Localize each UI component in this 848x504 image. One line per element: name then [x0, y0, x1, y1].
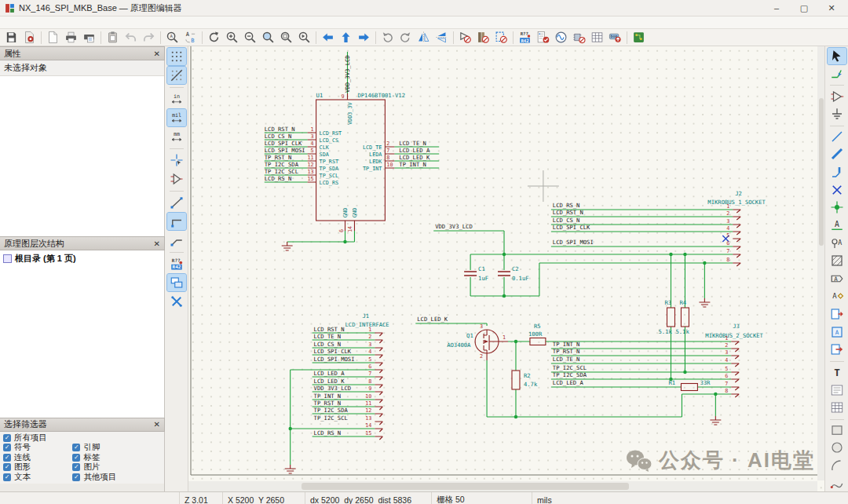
- schematic-setup-button[interactable]: [20, 30, 38, 46]
- checkbox-checked-icon[interactable]: ✓: [72, 463, 80, 471]
- maximize-button[interactable]: ▢: [792, 1, 816, 15]
- schematic-text[interactable]: LCD_RST_N: [314, 326, 345, 333]
- add-symbol-tool[interactable]: [828, 88, 846, 104]
- open-pcb-editor-button[interactable]: [630, 30, 648, 46]
- hierarchy-navigator-toggle[interactable]: [167, 274, 186, 291]
- schematic-text[interactable]: 100R: [528, 331, 543, 338]
- schematic-text[interactable]: TP_RST: [320, 159, 338, 165]
- add-textbox-tool[interactable]: [828, 382, 846, 398]
- checkbox-checked-icon[interactable]: ✓: [3, 454, 11, 462]
- schematic-text[interactable]: LCD_SPI_CLK: [265, 140, 302, 147]
- schematic-text[interactable]: LCD_SPI_CLK: [553, 224, 590, 231]
- zoom-objects-button[interactable]: [277, 30, 295, 46]
- assign-footprints-button[interactable]: [570, 30, 588, 46]
- schematic-text[interactable]: MIKROBUS_1_SOCKET: [707, 199, 766, 206]
- rotate-cw-button[interactable]: [397, 30, 415, 46]
- schematic-text[interactable]: R2: [524, 372, 531, 379]
- add-rectangle-tool[interactable]: [828, 422, 846, 439]
- close-icon[interactable]: ✕: [154, 239, 160, 248]
- undo-button[interactable]: [122, 30, 140, 46]
- schematic-text[interactable]: LCD_TE_N: [399, 140, 426, 147]
- schematic-text[interactable]: TP_I2C_SCL: [265, 168, 298, 175]
- filter-symbols[interactable]: ✓ 符号: [3, 443, 72, 453]
- schematic-text[interactable]: TP_RST_N: [553, 348, 580, 355]
- schematic-text[interactable]: 7: [368, 371, 371, 377]
- schematic-text[interactable]: TP_INT: [363, 166, 382, 172]
- schematic-text[interactable]: 4: [368, 349, 371, 355]
- schematic-text[interactable]: 8: [386, 155, 389, 161]
- close-button[interactable]: ✕: [820, 1, 843, 15]
- paste-button[interactable]: [104, 30, 122, 46]
- schematic-text[interactable]: 15: [307, 176, 313, 182]
- schematic-text[interactable]: 3: [480, 323, 483, 330]
- properties-panel-toggle[interactable]: [167, 293, 186, 310]
- schematic-text[interactable]: 1: [726, 203, 729, 210]
- schematic-text[interactable]: 4: [725, 357, 728, 363]
- schematic-text[interactable]: 10: [386, 162, 393, 168]
- schematic-text[interactable]: DP146BT001-V12: [357, 92, 405, 99]
- checkbox-checked-icon[interactable]: ✓: [3, 463, 11, 471]
- schematic-text[interactable]: 3: [726, 218, 729, 225]
- schematic-text[interactable]: 9: [341, 93, 344, 100]
- unit-inches-button[interactable]: [167, 90, 186, 108]
- schematic-text[interactable]: LCD_LED_K: [314, 378, 345, 385]
- schematic-text[interactable]: LCD_CS: [320, 137, 338, 144]
- find-replace-button[interactable]: [181, 30, 199, 46]
- schematic-text[interactable]: 5.1k: [675, 328, 689, 335]
- schematic-text[interactable]: LCD_RST_N: [553, 209, 583, 216]
- schematic-text[interactable]: CLK: [320, 144, 330, 151]
- schematic-text[interactable]: LCD_TE_N: [553, 356, 580, 363]
- schematic-text[interactable]: VDD_3V3_LCD: [435, 223, 473, 230]
- schematic-text[interactable]: 6: [368, 363, 371, 370]
- wires-45-button[interactable]: [167, 232, 186, 249]
- unit-mils-button[interactable]: [167, 109, 186, 126]
- add-table-tool[interactable]: [828, 400, 846, 416]
- grid-override-toggle[interactable]: [167, 67, 186, 84]
- edit-symbols-button[interactable]: [456, 30, 474, 46]
- schematic-text[interactable]: 2: [368, 334, 371, 340]
- filter-images[interactable]: ✓ 图片: [72, 462, 141, 473]
- schematic-text[interactable]: 10: [365, 393, 371, 400]
- schematic-text[interactable]: LCD_RS_N: [265, 175, 292, 182]
- schematic-text[interactable]: 14: [347, 226, 353, 232]
- cursor-shape-toggle[interactable]: [167, 152, 186, 169]
- hierarchy-root-item[interactable]: 根目录 (第 1 页): [3, 253, 161, 265]
- print-button[interactable]: [62, 30, 80, 46]
- schematic-text[interactable]: 11: [307, 155, 313, 161]
- free-angle-wires-button[interactable]: [167, 194, 186, 211]
- add-sheet-tool[interactable]: [828, 323, 846, 340]
- r3-body[interactable]: [667, 308, 674, 327]
- schematic-text[interactable]: 0.1uF: [512, 275, 529, 282]
- checkbox-checked-icon[interactable]: ✓: [72, 473, 80, 481]
- unit-mm-button[interactable]: [167, 128, 186, 145]
- checkbox-checked-icon[interactable]: ✓: [3, 444, 11, 451]
- schematic-text[interactable]: 13: [365, 415, 371, 422]
- schematic-text[interactable]: LCD_RST: [320, 130, 342, 137]
- schematic-text[interactable]: J3: [733, 323, 740, 330]
- rotate-ccw-button[interactable]: [378, 30, 397, 46]
- schematic-text[interactable]: R4: [679, 299, 686, 306]
- no-connect-tool[interactable]: [828, 181, 846, 198]
- prev-sheet-button[interactable]: [319, 30, 337, 46]
- annotate-auto-toggle[interactable]: [167, 255, 186, 272]
- schematic-text[interactable]: 3: [368, 341, 371, 348]
- checkbox-checked-icon[interactable]: ✓: [72, 454, 80, 462]
- schematic-text[interactable]: 1: [311, 126, 314, 133]
- simulator-button[interactable]: [552, 30, 570, 46]
- schematic-canvas[interactable]: VDD_3V3_LCDLCD_RST_NLCD_CS_NLCD_SPI_CLKL…: [188, 46, 824, 491]
- add-junction-tool[interactable]: [828, 199, 846, 216]
- up-hierarchy-button[interactable]: [337, 30, 355, 46]
- schematic-text[interactable]: TP_I2C_SCL: [314, 415, 348, 422]
- add-hier-label-tool[interactable]: [828, 288, 846, 305]
- zoom-out-button[interactable]: [241, 30, 259, 46]
- schematic-text[interactable]: SDA: [320, 152, 329, 158]
- import-sheet-pin-tool[interactable]: [828, 306, 846, 323]
- schematic-text[interactable]: LCD_LED_A: [553, 379, 584, 386]
- schematic-text[interactable]: LCD_RS_N: [314, 429, 342, 436]
- schematic-text[interactable]: MIKROBUS_2_SOCKET: [705, 332, 763, 339]
- close-icon[interactable]: ✕: [154, 420, 160, 429]
- schematic-text[interactable]: TP_RST_N: [265, 154, 292, 161]
- schematic-text[interactable]: R5: [534, 323, 541, 330]
- find-button[interactable]: [163, 30, 181, 46]
- hidden-pins-toggle[interactable]: [167, 170, 186, 188]
